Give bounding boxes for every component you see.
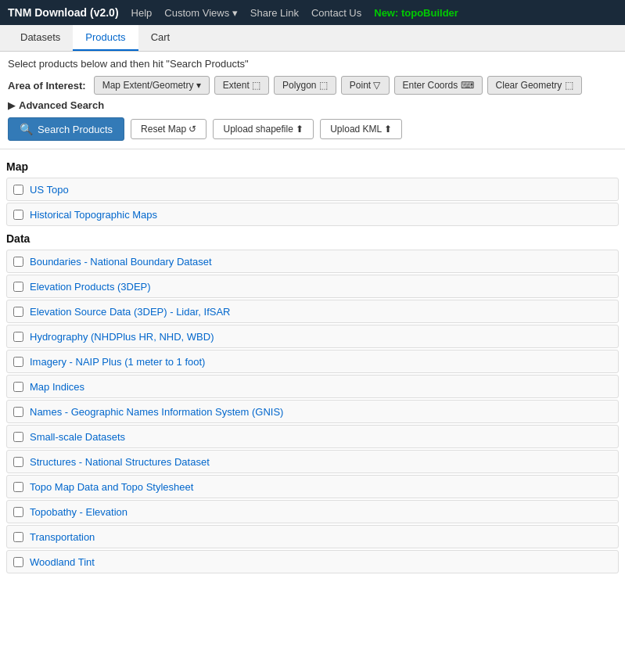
triangle-icon: ▶ <box>8 99 16 111</box>
section-header-map: Map <box>0 156 625 176</box>
list-item[interactable]: Boundaries - National Boundary Dataset <box>6 250 619 273</box>
custom-views-dropdown[interactable]: Custom Views ▾ <box>164 7 237 19</box>
search-icon: 🔍 <box>20 123 33 135</box>
list-item[interactable]: Topobathy - Elevation <box>6 500 619 523</box>
list-item[interactable]: US Topo <box>6 178 619 201</box>
aoi-row: Area of Interest: Map Extent/Geometry ▾ … <box>8 76 617 95</box>
list-item[interactable]: Names - Geographic Names Information Sys… <box>6 400 619 423</box>
top-navigation: TNM Download (v2.0) Help Custom Views ▾ … <box>0 0 625 25</box>
enter-coords-button[interactable]: Enter Coords ⌨ <box>394 76 483 95</box>
list-item[interactable]: Hydrography (NHDPlus HR, NHD, WBD) <box>6 325 619 348</box>
elevation-source-checkbox[interactable] <box>13 307 23 317</box>
elevation-3dep-checkbox[interactable] <box>13 282 23 292</box>
tabs-row: Datasets Products Cart <box>0 25 625 52</box>
clear-geometry-button[interactable]: Clear Geometry ⬚ <box>487 76 582 95</box>
map-indices-label: Map Indices <box>30 381 612 393</box>
historical-topo-label: Historical Topographic Maps <box>30 209 612 221</box>
search-row: 🔍 Search Products Reset Map ↺ Upload sha… <box>8 117 617 141</box>
help-link[interactable]: Help <box>131 7 153 19</box>
products-area: Map US Topo Historical Topographic Maps … <box>0 149 625 657</box>
small-scale-checkbox[interactable] <box>13 432 23 442</box>
topo-map-data-label: Topo Map Data and Topo Stylesheet <box>30 481 612 493</box>
structures-label: Structures - National Structures Dataset <box>30 456 612 468</box>
aoi-label: Area of Interest: <box>8 80 86 92</box>
topobathy-label: Topobathy - Elevation <box>30 506 612 518</box>
contact-us-link[interactable]: Contact Us <box>311 7 361 19</box>
structures-checkbox[interactable] <box>13 457 23 467</box>
reset-map-button[interactable]: Reset Map ↺ <box>131 119 207 139</box>
share-link[interactable]: Share Link <box>250 7 299 19</box>
upload-shapefile-button[interactable]: Upload shapefile ⬆ <box>213 119 314 139</box>
products-list[interactable]: Map US Topo Historical Topographic Maps … <box>0 149 625 657</box>
advanced-search-toggle[interactable]: ▶Advanced Search <box>8 99 617 111</box>
names-gnis-checkbox[interactable] <box>13 407 23 417</box>
tab-products[interactable]: Products <box>73 25 138 51</box>
list-item[interactable]: Small-scale Datasets <box>6 425 619 448</box>
hydrography-label: Hydrography (NHDPlus HR, NHD, WBD) <box>30 331 612 343</box>
list-item[interactable]: Topo Map Data and Topo Stylesheet <box>6 475 619 498</box>
us-topo-checkbox[interactable] <box>13 185 23 195</box>
map-extent-button[interactable]: Map Extent/Geometry ▾ <box>94 76 210 95</box>
new-topobuilder-link[interactable]: New: topoBuilder <box>374 7 458 19</box>
transportation-label: Transportation <box>30 531 612 543</box>
topo-map-data-checkbox[interactable] <box>13 482 23 492</box>
list-item[interactable]: Historical Topographic Maps <box>6 203 619 226</box>
app-title: TNM Download (v2.0) <box>8 6 119 19</box>
list-item[interactable]: Imagery - NAIP Plus (1 meter to 1 foot) <box>6 350 619 373</box>
extent-button[interactable]: Extent ⬚ <box>214 76 269 95</box>
elevation-source-label: Elevation Source Data (3DEP) - Lidar, If… <box>30 306 612 318</box>
list-item[interactable]: Map Indices <box>6 375 619 398</box>
tab-datasets[interactable]: Datasets <box>8 25 73 51</box>
us-topo-label: US Topo <box>30 184 612 196</box>
list-item[interactable]: Transportation <box>6 525 619 548</box>
section-header-data: Data <box>0 228 625 248</box>
woodland-tint-checkbox[interactable] <box>13 557 23 567</box>
boundaries-label: Boundaries - National Boundary Dataset <box>30 256 612 268</box>
historical-topo-checkbox[interactable] <box>13 210 23 220</box>
names-gnis-label: Names - Geographic Names Information Sys… <box>30 406 612 418</box>
woodland-tint-label: Woodland Tint <box>30 556 612 568</box>
boundaries-checkbox[interactable] <box>13 257 23 267</box>
map-indices-checkbox[interactable] <box>13 382 23 392</box>
instruction-text: Select products below and then hit "Sear… <box>8 58 617 70</box>
imagery-naip-label: Imagery - NAIP Plus (1 meter to 1 foot) <box>30 356 612 368</box>
polygon-button[interactable]: Polygon ⬚ <box>274 76 336 95</box>
list-item[interactable]: Structures - National Structures Dataset <box>6 450 619 473</box>
point-button[interactable]: Point ▽ <box>341 76 390 95</box>
list-item[interactable]: Elevation Source Data (3DEP) - Lidar, If… <box>6 300 619 323</box>
hydrography-checkbox[interactable] <box>13 332 23 342</box>
small-scale-label: Small-scale Datasets <box>30 431 612 443</box>
transportation-checkbox[interactable] <box>13 532 23 542</box>
imagery-naip-checkbox[interactable] <box>13 357 23 367</box>
topobathy-checkbox[interactable] <box>13 507 23 517</box>
list-item[interactable]: Woodland Tint <box>6 550 619 573</box>
elevation-3dep-label: Elevation Products (3DEP) <box>30 281 612 293</box>
upload-kml-button[interactable]: Upload KML ⬆ <box>320 119 402 139</box>
search-products-button[interactable]: 🔍 Search Products <box>8 117 124 141</box>
list-item[interactable]: Elevation Products (3DEP) <box>6 275 619 298</box>
tab-cart[interactable]: Cart <box>138 25 183 51</box>
